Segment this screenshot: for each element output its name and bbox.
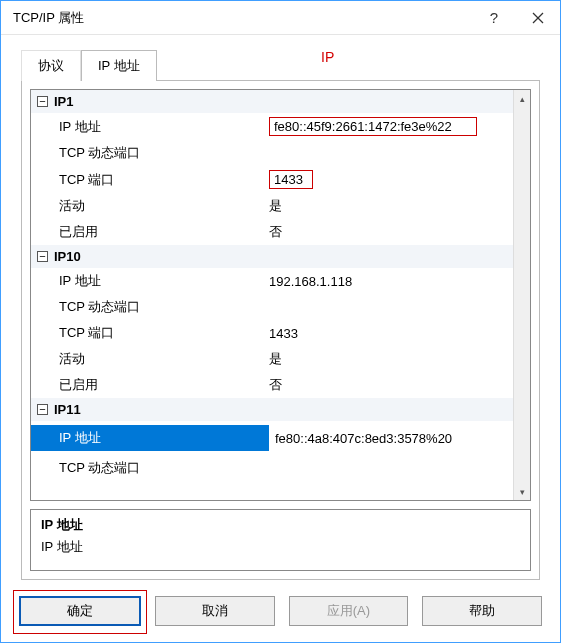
prop-label: TCP 端口	[59, 171, 269, 189]
help-button[interactable]: 帮助	[422, 596, 542, 626]
description-text: IP 地址	[41, 538, 520, 556]
prop-value: 是	[269, 197, 507, 215]
collapse-icon[interactable]: −	[37, 96, 48, 107]
prop-label: TCP 动态端口	[59, 298, 269, 316]
scroll-down-icon[interactable]: ▾	[514, 483, 530, 500]
description-box: IP 地址 IP 地址	[30, 509, 531, 571]
prop-label: TCP 端口	[59, 324, 269, 342]
apply-button[interactable]: 应用(A)	[289, 596, 409, 626]
prop-value: 192.168.1.118	[269, 274, 507, 289]
prop-label: 活动	[59, 197, 269, 215]
prop-label: 活动	[59, 350, 269, 368]
row-ip10-ipaddr[interactable]: IP 地址 192.168.1.118	[31, 268, 513, 294]
row-ip11-ipaddr[interactable]: IP 地址 fe80::4a8:407c:8ed3:3578%20	[31, 421, 513, 455]
row-ip10-active[interactable]: 活动 是	[31, 346, 513, 372]
help-icon[interactable]: ?	[472, 1, 516, 35]
row-ip10-tcpdyn[interactable]: TCP 动态端口	[31, 294, 513, 320]
ok-button[interactable]: 确定	[19, 596, 141, 626]
tab-protocol[interactable]: 协议	[21, 50, 81, 81]
row-ip1-tcpdyn[interactable]: TCP 动态端口	[31, 140, 513, 166]
prop-label: TCP 动态端口	[59, 459, 269, 477]
highlight-box: fe80::45f9:2661:1472:fe3e%22	[269, 117, 477, 136]
row-ip10-enabled[interactable]: 已启用 否	[31, 372, 513, 398]
prop-value: fe80::45f9:2661:1472:fe3e%22	[269, 117, 507, 136]
prop-value: 否	[269, 223, 507, 241]
collapse-icon[interactable]: −	[37, 251, 48, 262]
collapse-icon[interactable]: −	[37, 404, 48, 415]
prop-value: fe80::4a8:407c:8ed3:3578%20	[269, 431, 507, 446]
scroll-track[interactable]	[514, 107, 530, 483]
row-ip1-enabled[interactable]: 已启用 否	[31, 219, 513, 245]
prop-label: 已启用	[59, 376, 269, 394]
row-ip11-tcpdyn[interactable]: TCP 动态端口	[31, 455, 513, 481]
prop-label: IP 地址	[59, 272, 269, 290]
property-grid-rows: − IP1 IP 地址 fe80::45f9:2661:1472:fe3e%22…	[31, 90, 513, 500]
window-title: TCP/IP 属性	[13, 9, 472, 27]
button-row: 确定 取消 应用(A) 帮助	[1, 596, 560, 642]
prop-label-selected: IP 地址	[31, 425, 269, 451]
tab-panel: − IP1 IP 地址 fe80::45f9:2661:1472:fe3e%22…	[21, 80, 540, 580]
group-label: IP11	[54, 402, 81, 417]
group-header-ip11[interactable]: − IP11	[31, 398, 513, 421]
property-grid: − IP1 IP 地址 fe80::45f9:2661:1472:fe3e%22…	[30, 89, 531, 501]
prop-value: 否	[269, 376, 507, 394]
prop-value: 1433	[269, 170, 507, 189]
tcpip-properties-dialog: TCP/IP 属性 ? 协议 IP 地址 IP − IP1	[0, 0, 561, 643]
prop-label: 已启用	[59, 223, 269, 241]
row-ip1-active[interactable]: 活动 是	[31, 193, 513, 219]
scroll-up-icon[interactable]: ▴	[514, 90, 530, 107]
group-header-ip1[interactable]: − IP1	[31, 90, 513, 113]
prop-label: TCP 动态端口	[59, 144, 269, 162]
close-icon[interactable]	[516, 1, 560, 35]
row-ip10-tcpport[interactable]: TCP 端口 1433	[31, 320, 513, 346]
tab-ip-addresses[interactable]: IP 地址	[81, 50, 157, 81]
group-label: IP1	[54, 94, 74, 109]
row-ip1-ipaddr[interactable]: IP 地址 fe80::45f9:2661:1472:fe3e%22	[31, 113, 513, 140]
titlebar: TCP/IP 属性 ?	[1, 1, 560, 35]
cancel-button[interactable]: 取消	[155, 596, 275, 626]
highlight-box: 1433	[269, 170, 313, 189]
row-ip1-tcpport[interactable]: TCP 端口 1433	[31, 166, 513, 193]
group-header-ip10[interactable]: − IP10	[31, 245, 513, 268]
prop-value: 1433	[269, 326, 507, 341]
vertical-scrollbar[interactable]: ▴ ▾	[513, 90, 530, 500]
prop-label: IP 地址	[59, 118, 269, 136]
tab-strip: 协议 IP 地址	[21, 49, 540, 80]
dialog-body: 协议 IP 地址 IP − IP1 IP 地址 fe80::45f9:2661:…	[1, 35, 560, 596]
prop-value: 是	[269, 350, 507, 368]
description-title: IP 地址	[41, 516, 520, 534]
group-label: IP10	[54, 249, 81, 264]
